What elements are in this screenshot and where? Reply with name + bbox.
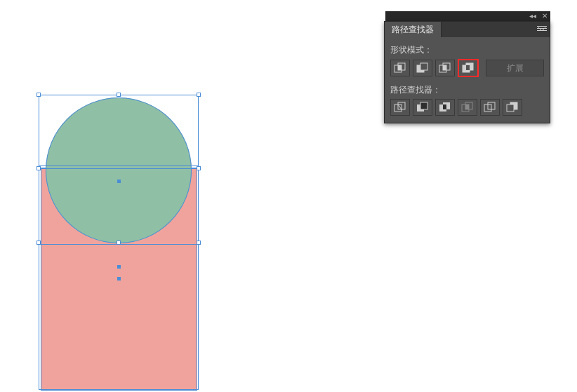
selection-handle[interactable] — [117, 93, 121, 97]
selection-handle[interactable] — [197, 241, 201, 245]
crop-button[interactable] — [458, 99, 477, 116]
intersect-icon — [439, 62, 451, 74]
selection-handle[interactable] — [197, 166, 201, 170]
divide-button[interactable] — [390, 99, 410, 116]
unite-button[interactable] — [390, 60, 410, 76]
circle-shape[interactable] — [46, 97, 192, 243]
outline-icon — [484, 102, 496, 113]
panel-tabbar: 路径查找器 — [385, 22, 550, 37]
svg-rect-10 — [443, 65, 446, 70]
merge-icon — [439, 102, 451, 113]
exclude-icon — [462, 62, 475, 74]
trim-button[interactable] — [413, 99, 432, 116]
svg-rect-18 — [420, 102, 427, 109]
trim-icon — [416, 102, 429, 113]
circle-mid-line — [41, 168, 197, 169]
minus-front-button[interactable] — [413, 60, 432, 76]
minus-back-icon — [506, 102, 519, 113]
intersect-button[interactable] — [435, 60, 455, 76]
selection-handle[interactable] — [117, 241, 121, 245]
svg-rect-5 — [398, 65, 402, 70]
pathfinders-row — [390, 99, 544, 116]
shape-modes-row: 扩展 — [390, 59, 544, 77]
svg-rect-21 — [443, 104, 446, 109]
pathfinders-label: 路径查找器： — [390, 84, 544, 96]
svg-rect-24 — [465, 104, 469, 109]
selection-handle[interactable] — [37, 241, 41, 245]
divide-icon — [394, 102, 406, 113]
collapse-icon[interactable]: ◂◂ — [529, 13, 536, 20]
minus-front-icon — [416, 62, 429, 74]
panel-chrome: ◂◂ ✕ — [385, 11, 550, 21]
exclude-button[interactable] — [458, 59, 479, 77]
center-anchor — [117, 277, 121, 281]
panel-body: 形状模式： — [385, 37, 550, 123]
expand-button[interactable]: 扩展 — [486, 60, 544, 76]
panel-tab-pathfinder[interactable]: 路径查找器 — [385, 22, 442, 37]
selection-handle[interactable] — [37, 166, 41, 170]
svg-line-16 — [398, 104, 402, 109]
svg-rect-1 — [537, 28, 547, 29]
unite-icon — [394, 62, 406, 74]
center-anchor — [117, 180, 121, 183]
shape-modes-label: 形状模式： — [390, 44, 544, 56]
pathfinder-panel[interactable]: 路径查找器 形状模式： — [384, 21, 550, 123]
close-icon[interactable]: ✕ — [542, 13, 548, 20]
svg-rect-2 — [537, 30, 547, 31]
svg-rect-0 — [537, 26, 547, 27]
center-anchor — [117, 265, 121, 269]
minus-back-button[interactable] — [503, 99, 522, 116]
svg-rect-7 — [420, 63, 427, 70]
selection-handle[interactable] — [37, 93, 41, 97]
outline-button[interactable] — [480, 99, 500, 116]
crop-icon — [461, 102, 474, 113]
panel-menu-icon[interactable] — [536, 24, 548, 35]
merge-button[interactable] — [435, 99, 455, 116]
svg-rect-28 — [507, 104, 514, 111]
svg-rect-13 — [466, 65, 470, 70]
selection-handle[interactable] — [197, 93, 201, 97]
